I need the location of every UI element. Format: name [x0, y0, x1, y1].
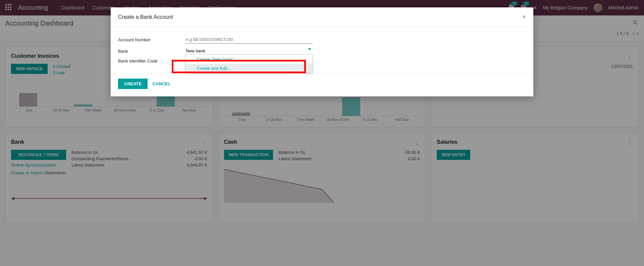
modal-footer: CREATE CANCEL	[111, 74, 533, 96]
close-icon[interactable]: ×	[522, 13, 526, 20]
create-button[interactable]: CREATE	[118, 79, 148, 89]
bank-dropdown: Create "New bank" Create and Edit...	[185, 54, 313, 73]
account-number-input[interactable]	[185, 36, 313, 44]
bank-select[interactable]	[185, 47, 313, 55]
modal-title: Create a Bank Account	[118, 14, 173, 20]
modal-header: Create a Bank Account ×	[111, 7, 533, 27]
bic-label: Bank Identifier Code	[118, 58, 185, 63]
modal-body: Account Number Bank Bank Identifier Code…	[111, 27, 533, 74]
cancel-button[interactable]: CANCEL	[152, 81, 170, 86]
account-number-label: Account Number	[118, 37, 185, 42]
create-bank-account-modal: Create a Bank Account × Account Number B…	[111, 7, 533, 96]
chevron-down-icon[interactable]	[308, 48, 311, 50]
dropdown-create-option[interactable]: Create "New bank"	[185, 55, 312, 64]
dropdown-create-edit-option[interactable]: Create and Edit...	[185, 64, 312, 73]
bank-label: Bank	[118, 49, 185, 54]
